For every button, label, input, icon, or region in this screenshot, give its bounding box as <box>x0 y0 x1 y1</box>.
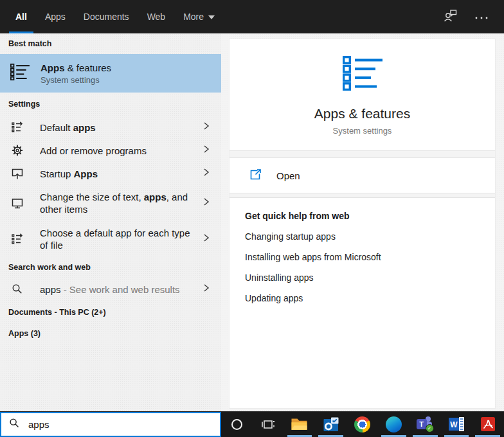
result-startup-apps[interactable]: Startup Apps <box>0 162 221 185</box>
cortana-ring <box>231 419 242 430</box>
tab-apps-label: Apps <box>45 12 66 22</box>
apps-section-label[interactable]: Apps (3) <box>0 324 221 343</box>
chrome-ball <box>354 416 370 433</box>
result-add-remove-programs[interactable]: Add or remove programs <box>0 139 221 162</box>
chevron-right-icon <box>203 168 210 179</box>
outlook-icon[interactable] <box>315 411 346 437</box>
help-link-changing-startup-apps[interactable]: Changing startup apps <box>245 231 480 243</box>
open-button-label: Open <box>276 170 300 181</box>
results-panel: Best match Apps & features System settin… <box>0 33 221 411</box>
result-change-size[interactable]: Change the size of text, apps, and other… <box>0 185 221 221</box>
open-external-icon <box>249 168 262 184</box>
settings-section-label: Settings <box>0 93 221 116</box>
chevron-right-icon <box>203 233 210 245</box>
result-web-search[interactable]: apps - See work and web results <box>0 278 221 301</box>
result-label: Choose a default app for each type of fi… <box>40 227 199 251</box>
tab-more-label: More <box>183 12 204 22</box>
best-match-title: Apps & features <box>40 62 111 73</box>
word-icon[interactable]: W <box>441 411 473 437</box>
filter-tabs: All Apps Documents Web More <box>9 0 504 33</box>
ellipsis-icon[interactable] <box>474 11 489 22</box>
best-match-section-label: Best match <box>0 33 221 54</box>
taskbar: T ✓ W <box>0 411 504 437</box>
svg-text:W: W <box>450 420 458 429</box>
tab-all-label: All <box>15 12 27 22</box>
tab-apps[interactable]: Apps <box>39 0 72 33</box>
tab-web[interactable]: Web <box>141 0 172 33</box>
display-icon <box>11 197 24 210</box>
open-button[interactable]: Open <box>230 158 495 193</box>
search-web-section-label: Search work and web <box>0 257 221 278</box>
tab-documents-label: Documents <box>84 12 129 22</box>
preview-panel: Apps & features System settings Open Get… <box>221 33 504 411</box>
chevron-right-icon <box>203 283 210 295</box>
chevron-right-icon <box>203 197 210 209</box>
task-view-icon[interactable] <box>253 411 284 437</box>
search-icon <box>11 283 24 295</box>
preview-subtitle: System settings <box>230 126 495 136</box>
documents-section-label[interactable]: Documents - This PC (2+) <box>0 301 221 324</box>
result-default-apps[interactable]: Default apps <box>0 116 221 139</box>
section-divider <box>230 193 495 198</box>
file-explorer-icon[interactable] <box>284 411 316 437</box>
result-label: Default apps <box>40 121 96 134</box>
result-label: Add or remove programs <box>40 145 147 157</box>
chrome-icon[interactable] <box>346 411 378 437</box>
default-apps-list-icon <box>11 233 24 245</box>
taskbar-search-box[interactable] <box>0 412 221 437</box>
preview-card: Apps & features System settings Open Get… <box>229 39 496 409</box>
help-link-uninstalling-apps[interactable]: Uninstalling apps <box>245 272 480 284</box>
best-match-result[interactable]: Apps & features System settings <box>0 54 221 93</box>
section-divider <box>230 150 495 158</box>
result-choose-default-app[interactable]: Choose a default app for each type of fi… <box>0 221 221 257</box>
search-icon <box>9 418 20 431</box>
tab-documents[interactable]: Documents <box>77 0 136 33</box>
tab-web-label: Web <box>147 12 166 22</box>
default-apps-list-icon <box>11 121 24 134</box>
cortana-icon[interactable] <box>221 411 253 437</box>
teams-icon[interactable]: T ✓ <box>410 411 441 437</box>
apps-features-list-icon <box>230 56 495 92</box>
edge-ball <box>386 416 402 433</box>
result-label: Startup Apps <box>40 168 98 180</box>
teams-logo: T ✓ <box>417 416 434 433</box>
tab-more[interactable]: More <box>177 0 221 33</box>
startup-window-icon <box>11 167 24 180</box>
chevron-right-icon <box>203 121 210 133</box>
apps-features-list-icon <box>10 64 30 84</box>
best-match-subtitle: System settings <box>40 75 111 85</box>
help-link-updating-apps[interactable]: Updating apps <box>245 293 480 305</box>
quick-help-section: Get quick help from web Changing startup… <box>230 198 495 408</box>
gear-icon <box>11 144 24 157</box>
tab-all[interactable]: All <box>9 0 33 33</box>
edge-icon[interactable] <box>378 411 410 437</box>
feedback-icon[interactable] <box>443 8 458 26</box>
preview-hero: Apps & features System settings <box>230 39 495 150</box>
chevron-right-icon <box>203 145 210 156</box>
windows-search-flyout: { "header": { "tabs": [ {"label": "All",… <box>0 0 504 437</box>
help-link-installing-web-apps[interactable]: Installing web apps from Microsoft <box>245 252 480 263</box>
result-label: Change the size of text, apps, and other… <box>40 191 199 215</box>
taskbar-icons: T ✓ W <box>221 411 504 437</box>
acrobat-icon[interactable] <box>472 411 503 437</box>
preview-title: Apps & features <box>230 106 495 121</box>
search-header: All Apps Documents Web More <box>0 0 504 33</box>
search-input[interactable] <box>28 419 189 430</box>
chevron-down-icon <box>208 15 215 19</box>
result-label: apps - See work and web results <box>40 283 180 296</box>
quick-help-heading: Get quick help from web <box>245 211 480 222</box>
